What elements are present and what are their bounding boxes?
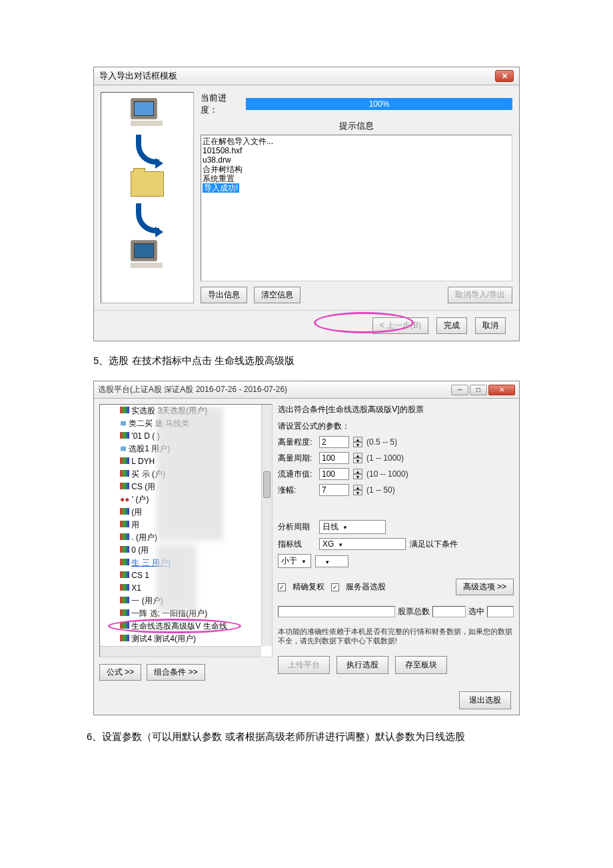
- server-select-label: 服务器选股: [346, 581, 386, 593]
- period-select[interactable]: 日线: [319, 520, 386, 534]
- high-vol-period-input[interactable]: [319, 452, 349, 464]
- param-label: 请设置公式的参数：: [278, 421, 514, 432]
- spin-down-icon[interactable]: ▼: [353, 474, 362, 479]
- arrow-down-icon: [136, 135, 159, 165]
- spin-down-icon[interactable]: ▼: [353, 442, 362, 447]
- spin-up-icon[interactable]: ▲: [353, 453, 362, 458]
- disclaimer-text: 本功能的准确性依赖于本机是否有完整的行情和财务数据，如果您的数据不全，请先到数据…: [278, 627, 514, 645]
- value-select[interactable]: [315, 555, 348, 567]
- param-high-vol-level: 高量程度: ▲▼ (0.5 -- 5): [278, 436, 514, 448]
- progress-bar: 100%: [246, 98, 512, 110]
- selected-count: [487, 606, 514, 617]
- minimize-icon[interactable]: ─: [451, 385, 468, 395]
- combo-condition-button[interactable]: 组合条件 >>: [147, 664, 205, 681]
- info-text-box: 正在解包导入文件... 101508.hxf u38.drw 合并树结构 系统重…: [201, 135, 512, 281]
- total-label: 股票总数: [398, 606, 430, 617]
- cancel-import-button: 取消导入/导出: [448, 287, 512, 303]
- step-5-text: 5、选股 在技术指标中点击 生命线选股高级版: [93, 355, 520, 367]
- info-line: u38.drw: [203, 155, 510, 165]
- server-select-checkbox[interactable]: ✓: [331, 583, 339, 591]
- cancel-button[interactable]: 取消: [475, 317, 506, 334]
- spin-down-icon[interactable]: ▼: [353, 490, 362, 495]
- scrollbar-horizontal[interactable]: [100, 646, 261, 657]
- spin-up-icon[interactable]: ▲: [353, 437, 362, 442]
- formula-button[interactable]: 公式 >>: [99, 664, 141, 681]
- import-export-dialog: 导入导出对话框模板 ✕ 当前进度： 100% 提示信息 正在解包导入文件... …: [93, 67, 520, 341]
- titlebar[interactable]: 导入导出对话框模板 ✕: [94, 67, 519, 85]
- dialog-title: 导入导出对话框模板: [99, 70, 495, 82]
- close-icon[interactable]: ✕: [488, 385, 515, 395]
- selection-title: 选出符合条件[生命线选股高级版V]的股票: [278, 404, 514, 415]
- save-block-button[interactable]: 存至板块: [395, 656, 447, 674]
- computer-icon: [131, 98, 164, 128]
- gain-input[interactable]: [319, 484, 349, 496]
- progress-box: [278, 606, 395, 617]
- market-cap-input[interactable]: [319, 468, 349, 480]
- indicator-tree[interactable]: 实选股 3天选股(用户) ≋ 类二买 送 马线类 '01 D ( ) ≋ 选股1…: [99, 404, 273, 657]
- computer-icon: [131, 240, 164, 270]
- dialog-title: 选股平台(上证A股 深证A股 2016-07-26 - 2016-07-26): [98, 384, 451, 395]
- upload-button: 上传平台: [278, 656, 330, 674]
- param-high-vol-period: 高量周期: ▲▼ (1 -- 1000): [278, 452, 514, 464]
- arrow-down-icon: [136, 203, 159, 233]
- spin-up-icon[interactable]: ▲: [353, 485, 362, 490]
- period-label: 分析周期: [278, 521, 315, 533]
- execute-button[interactable]: 执行选股: [336, 656, 388, 674]
- param-gain: 涨幅: ▲▼ (1 -- 50): [278, 484, 514, 496]
- spin-down-icon[interactable]: ▼: [353, 458, 362, 463]
- illustration-panel: [101, 92, 194, 303]
- info-success: 导入成功!: [203, 183, 239, 193]
- exact-restore-checkbox[interactable]: ✓: [278, 583, 286, 591]
- exit-button[interactable]: 退出选股: [459, 691, 511, 709]
- selected-label: 选中: [468, 606, 484, 617]
- finish-button[interactable]: 完成: [436, 317, 467, 334]
- folder-icon: [131, 171, 164, 197]
- param-market-cap: 流通市值: ▲▼ (10 -- 1000): [278, 468, 514, 480]
- step-6-text: 6、设置参数（可以用默认参数 或者根据高级老师所讲进行调整）默认参数为日线选股: [67, 729, 546, 745]
- indicator-select[interactable]: XG: [319, 538, 406, 550]
- satisfy-label: 满足以下条件: [410, 539, 458, 550]
- hint-label: 提示信息: [201, 120, 512, 132]
- stock-selection-dialog: 选股平台(上证A股 深证A股 2016-07-26 - 2016-07-26) …: [93, 381, 520, 715]
- spin-up-icon[interactable]: ▲: [353, 469, 362, 474]
- info-line: 合并树结构: [203, 165, 510, 174]
- scrollbar-vertical[interactable]: [261, 405, 272, 646]
- close-icon[interactable]: ✕: [495, 70, 514, 82]
- info-line: 101508.hxf: [203, 146, 510, 155]
- prev-step-button: < 上一步(B): [372, 317, 428, 334]
- total-count: [432, 606, 466, 617]
- export-info-button[interactable]: 导出信息: [201, 287, 247, 303]
- advanced-options-button[interactable]: 高级选项 >>: [456, 579, 514, 595]
- exact-restore-label: 精确复权: [293, 581, 324, 593]
- indicator-label: 指标线: [278, 539, 315, 550]
- clear-info-button[interactable]: 清空信息: [254, 287, 301, 303]
- info-line: 系统重置: [203, 174, 510, 183]
- compare-select[interactable]: 小于: [278, 554, 311, 568]
- high-vol-level-input[interactable]: [319, 436, 349, 448]
- info-line: 正在解包导入文件...: [203, 137, 510, 146]
- lifeline-indicator-item[interactable]: 生命线选股高级版V 生命线: [131, 621, 227, 631]
- maximize-icon[interactable]: □: [470, 385, 487, 395]
- titlebar[interactable]: 选股平台(上证A股 深证A股 2016-07-26 - 2016-07-26) …: [94, 381, 519, 399]
- progress-label: 当前进度：: [201, 92, 241, 116]
